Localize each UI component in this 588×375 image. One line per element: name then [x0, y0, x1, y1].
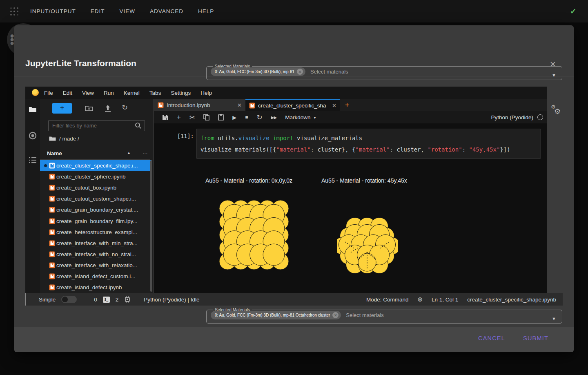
- trust-shield-icon[interactable]: ⊗: [417, 296, 423, 303]
- file-row[interactable]: create_cluster_sphere.ipynb: [40, 171, 152, 182]
- app-logo-icon[interactable]: [10, 7, 19, 16]
- run-cell-icon[interactable]: ▶: [232, 114, 236, 121]
- filebrowser-toolbar: + ↻: [40, 103, 153, 114]
- file-row[interactable]: create_grain_boundary_crystal....: [40, 204, 152, 215]
- chip-delete-icon[interactable]: ✕: [297, 69, 303, 75]
- submit-button[interactable]: SUBMIT: [523, 335, 548, 342]
- restart-kernel-icon[interactable]: ↻: [257, 113, 263, 122]
- filebrowser-scrollbar[interactable]: [150, 160, 152, 292]
- file-name: create_island_defect_custom.i...: [56, 273, 136, 279]
- copy-cell-icon[interactable]: [203, 114, 209, 121]
- kernel-status-icon[interactable]: [537, 114, 543, 120]
- kernels-count[interactable]: 2: [116, 297, 119, 303]
- cut-cell-icon[interactable]: ✂: [189, 114, 195, 121]
- jl-menu-file[interactable]: File: [44, 90, 53, 96]
- header-more-icon[interactable]: ⋯: [143, 150, 148, 156]
- menu-help[interactable]: HELP: [198, 8, 214, 14]
- save-icon[interactable]: [162, 114, 168, 121]
- app-menubar: INPUT/OUTPUT EDIT VIEW ADVANCED HELP ✓: [0, 0, 588, 22]
- file-list-header[interactable]: Name ▲ ⋯: [40, 149, 150, 160]
- file-row[interactable]: create_interface_with_relaxatio...: [40, 260, 152, 271]
- jl-menu-view[interactable]: View: [82, 90, 94, 96]
- toc-tab-icon[interactable]: [29, 156, 37, 164]
- output-dropdown-caret-icon[interactable]: ▼: [552, 316, 556, 321]
- cancel-button[interactable]: CANCEL: [478, 335, 505, 342]
- notebook-content[interactable]: [11]: from utils.visualize import visual…: [154, 123, 547, 293]
- output-material-chip[interactable]: 0: Au, Gold, FCC (Fm-3m) 3D (Bulk), mp-8…: [211, 311, 341, 319]
- jl-menu-tabs[interactable]: Tabs: [149, 90, 161, 96]
- file-row[interactable]: create_interface_with_no_strai...: [40, 249, 152, 260]
- code-token: "rotation": [428, 146, 462, 153]
- upload-icon[interactable]: [104, 104, 111, 112]
- file-row[interactable]: create_cutout_custom_shape.i...: [40, 193, 152, 204]
- menu-input-output[interactable]: INPUT/OUTPUT: [30, 8, 76, 14]
- paste-cell-icon[interactable]: [218, 114, 224, 121]
- kernel-status-text[interactable]: Python (Pyodide) | Idle: [144, 297, 199, 303]
- file-row[interactable]: create_cluster_specific_shape.i...: [40, 160, 152, 171]
- chip-label: 0: Au, Gold, FCC (Fm-3m) 3D (Bulk), mp-8…: [215, 69, 294, 74]
- code-token: "45y,45x": [469, 146, 500, 153]
- tab-close-icon[interactable]: ✕: [332, 103, 336, 109]
- menu-edit[interactable]: EDIT: [91, 8, 105, 14]
- tab-create-cluster-specific-shape[interactable]: create_cluster_specific_sha ✕: [245, 99, 340, 111]
- jl-menu-help[interactable]: Help: [200, 90, 212, 96]
- menu-view[interactable]: VIEW: [120, 8, 136, 14]
- chip-delete-icon[interactable]: ✕: [332, 312, 339, 318]
- file-row[interactable]: create_heterostructure_exampl...: [40, 227, 152, 238]
- check-icon[interactable]: ✓: [570, 7, 577, 16]
- file-row[interactable]: create_cutout_box.ipynb: [40, 182, 152, 193]
- add-tab-icon[interactable]: +: [340, 99, 354, 111]
- statusbar-filename: create_cluster_specific_shape.ipynb: [467, 297, 556, 303]
- notebook-file-icon: [49, 251, 55, 257]
- code-token: from: [200, 135, 214, 141]
- notebook-file-icon: [49, 273, 55, 279]
- jl-menu-kernel[interactable]: Kernel: [124, 90, 140, 96]
- code-token: "material": [355, 146, 390, 153]
- filter-files-input[interactable]: [48, 120, 145, 131]
- code-cell[interactable]: from utils.visualize import visualize_ma…: [196, 129, 541, 158]
- au55-cluster-front-view: [219, 200, 289, 270]
- stop-kernel-icon[interactable]: ■: [245, 114, 248, 120]
- tab-close-icon[interactable]: ✕: [237, 102, 242, 108]
- running-sessions-icon[interactable]: [29, 132, 37, 140]
- file-name: create_cluster_specific_shape.i...: [56, 163, 138, 169]
- menu-advanced[interactable]: ADVANCED: [150, 8, 183, 14]
- file-name: create_heterostructure_exampl...: [56, 229, 137, 235]
- running-dot-icon: [44, 164, 47, 167]
- file-name: create_island_defect.ipynb: [56, 284, 122, 290]
- file-row[interactable]: create_grain_boundary_film.ipy...: [40, 215, 152, 226]
- folder-tab-icon[interactable]: [29, 105, 37, 114]
- cell-type-select[interactable]: Markdown ▾: [285, 114, 316, 121]
- cursor-position[interactable]: Ln 1, Col 1: [432, 297, 458, 303]
- file-row[interactable]: create_island_defect.ipynb: [40, 282, 152, 293]
- chip-label: 0: Au, Gold, FCC (Fm-3m) 3D (Bulk), mp-8…: [215, 313, 330, 317]
- notebook-file-icon: [49, 196, 55, 202]
- dialog-footer: CANCEL SUBMIT: [14, 327, 574, 352]
- restart-run-all-icon[interactable]: ▶▶: [271, 115, 276, 120]
- input-field-placeholder: Select materials: [310, 69, 348, 75]
- tab-introduction[interactable]: Introduction.ipynb ✕: [154, 99, 245, 111]
- input-dropdown-caret-icon[interactable]: ▼: [552, 73, 556, 78]
- new-launcher-button[interactable]: +: [52, 103, 72, 114]
- code-token: "material": [276, 146, 310, 153]
- input-materials-field[interactable]: Selected Materials 0: Au, Gold, FCC (Fm-…: [206, 64, 562, 80]
- terminals-count[interactable]: 0: [94, 297, 97, 303]
- code-line: visualize_materials([{"material": cluste…: [200, 144, 537, 155]
- file-row[interactable]: create_interface_with_min_stra...: [40, 238, 152, 249]
- refresh-icon[interactable]: ↻: [122, 103, 128, 112]
- output-materials-field[interactable]: Selected Materials 0: Au, Gold, FCC (Fm-…: [206, 307, 562, 324]
- jl-menu-edit[interactable]: Edit: [63, 90, 72, 96]
- file-row[interactable]: create_island_defect_custom.i...: [40, 271, 152, 282]
- kernel-name[interactable]: Python (Pyodide): [491, 114, 533, 121]
- jl-menu-settings[interactable]: Settings: [171, 90, 191, 96]
- input-material-chip[interactable]: 0: Au, Gold, FCC (Fm-3m) 3D (Bulk), mp-8…: [211, 67, 305, 76]
- new-folder-icon[interactable]: [85, 104, 93, 112]
- jl-menu-run[interactable]: Run: [104, 90, 114, 96]
- sort-caret-icon[interactable]: ▲: [127, 151, 131, 155]
- breadcrumb[interactable]: / made /: [49, 136, 79, 142]
- dialog-title: JupyterLite Transformation: [25, 58, 136, 68]
- add-cell-icon[interactable]: +: [177, 113, 181, 121]
- breadcrumb-path: / made /: [59, 136, 79, 142]
- notebook-file-icon: [49, 240, 55, 246]
- simple-mode-toggle[interactable]: [61, 296, 77, 303]
